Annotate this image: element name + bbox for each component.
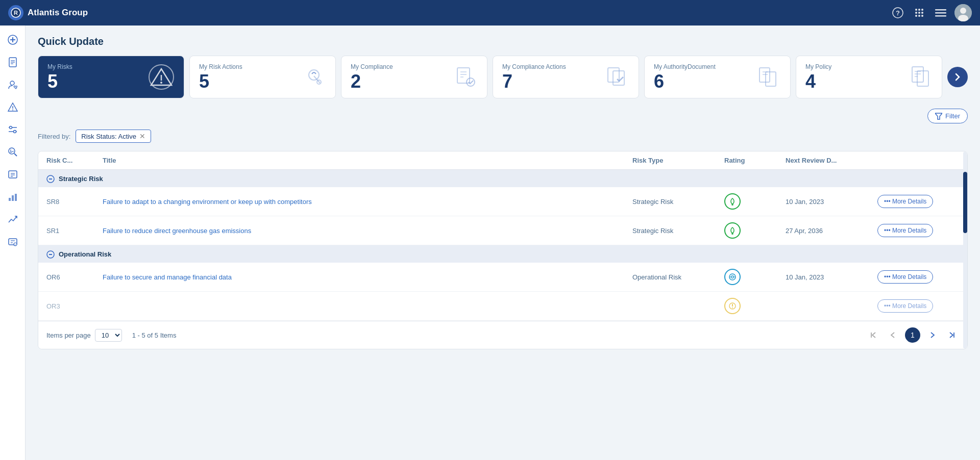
- cell-rating-or6: [724, 269, 786, 285]
- card-my-authority-document-count: 6: [654, 72, 716, 91]
- card-my-compliance-count: 2: [351, 72, 393, 91]
- table-scrollbar: [963, 151, 967, 349]
- cell-code-sr1: SR1: [46, 227, 103, 235]
- svg-point-10: [915, 15, 917, 17]
- card-my-risks-count: 5: [47, 72, 72, 91]
- svg-point-62: [467, 78, 475, 86]
- cards-next-button[interactable]: [947, 67, 968, 87]
- group-operational-risk: Operational Risk: [38, 245, 967, 263]
- filter-button-label: Filter: [945, 112, 960, 120]
- filtered-by-label: Filtered by:: [38, 133, 70, 140]
- sidebar-item-user-edit[interactable]: [3, 74, 23, 95]
- cell-title-sr8[interactable]: Failure to adapt to a changing environme…: [103, 198, 632, 206]
- svg-rect-65: [760, 68, 770, 82]
- card-my-compliance-actions-count: 7: [502, 72, 566, 91]
- collapse-strategic-risk[interactable]: [46, 174, 55, 183]
- sidebar-item-list[interactable]: [3, 164, 23, 185]
- next-page-button[interactable]: [924, 327, 940, 343]
- cell-risk-type-sr8: Strategic Risk: [632, 198, 724, 206]
- cell-rating-sr8: [724, 193, 786, 210]
- collapse-operational-risk[interactable]: [46, 249, 55, 259]
- more-details-sr1[interactable]: ••• More Details: [877, 224, 933, 237]
- menu-icon[interactable]: [933, 5, 948, 20]
- table-row: SR1 Failure to reduce direct greenhouse …: [38, 216, 967, 245]
- svg-rect-58: [457, 68, 470, 83]
- group-strategic-risk: Strategic Risk: [38, 170, 967, 187]
- apps-icon[interactable]: [912, 5, 927, 20]
- card-my-compliance-actions[interactable]: My Compliance Actions 7: [493, 56, 639, 98]
- cell-title-sr1[interactable]: Failure to reduce direct greenhouse gas …: [103, 227, 632, 235]
- per-page-select[interactable]: 10 25 50: [95, 329, 122, 342]
- sidebar: ≡: [0, 25, 26, 460]
- sidebar-item-add[interactable]: [3, 30, 23, 50]
- cell-actions-sr1: ••• More Details: [877, 224, 959, 237]
- card-my-policy-label: My Policy: [805, 63, 831, 70]
- col-header-date: Next Review D...: [786, 157, 877, 164]
- help-icon[interactable]: ?: [890, 5, 905, 20]
- sidebar-item-controls[interactable]: [3, 119, 23, 140]
- cell-actions-sr8: ••• More Details: [877, 195, 959, 208]
- card-my-risks-label: My Risks: [47, 63, 72, 70]
- group-strategic-risk-label: Strategic Risk: [59, 175, 103, 183]
- table-header: Risk C... Title Risk Type Rating Next Re…: [38, 151, 967, 170]
- active-filter-text: Risk Status: Active: [81, 133, 136, 140]
- sidebar-item-ticket[interactable]: ≡: [3, 232, 23, 252]
- sidebar-item-search[interactable]: [3, 142, 23, 162]
- cell-code-partial: OR3: [46, 302, 103, 310]
- group-operational-risk-label: Operational Risk: [59, 250, 111, 258]
- page-1-button[interactable]: 1: [905, 327, 920, 343]
- sidebar-item-document[interactable]: [3, 52, 23, 72]
- card-my-risk-actions[interactable]: My Risk Actions 5: [189, 56, 336, 98]
- last-page-button[interactable]: [944, 327, 959, 343]
- logo-icon: R: [8, 5, 23, 20]
- more-details-partial[interactable]: ••• More Details: [877, 299, 933, 313]
- filter-icon: [935, 113, 942, 120]
- filtered-by-row: Filtered by: Risk Status: Active ✕: [38, 130, 968, 143]
- cell-date-sr8: 10 Jan, 2023: [786, 198, 877, 206]
- current-page: 1: [911, 331, 915, 339]
- card-my-compliance[interactable]: My Compliance 2: [341, 56, 487, 98]
- compliance-icon: [453, 65, 478, 89]
- sidebar-item-chart[interactable]: [3, 187, 23, 207]
- cell-code-or6: OR6: [46, 273, 103, 281]
- user-avatar[interactable]: [954, 4, 972, 21]
- scrollbar-thumb[interactable]: [963, 172, 967, 233]
- main-content: Quick Update My Risks 5: [26, 25, 980, 460]
- card-my-policy-count: 4: [805, 72, 831, 91]
- card-my-policy[interactable]: My Policy 4: [796, 56, 942, 98]
- card-my-risks[interactable]: My Risks 5: [38, 56, 184, 98]
- more-details-or6[interactable]: ••• More Details: [877, 270, 933, 284]
- rating-icon-yellow: [724, 298, 741, 314]
- card-my-authority-document[interactable]: My AuthorityDocument 6: [644, 56, 791, 98]
- card-my-risk-actions-label: My Risk Actions: [199, 63, 242, 70]
- remove-filter-button[interactable]: ✕: [139, 132, 145, 140]
- table-row: OR3 ••• More Details: [38, 292, 967, 321]
- svg-rect-15: [935, 15, 946, 17]
- first-page-button[interactable]: [866, 327, 881, 343]
- items-per-page-label: Items per page: [46, 331, 91, 339]
- sidebar-item-trending[interactable]: [3, 209, 23, 229]
- page-title: Quick Update: [38, 36, 968, 47]
- svg-point-7: [915, 12, 917, 14]
- svg-point-5: [918, 9, 920, 11]
- cell-risk-type-or6: Operational Risk: [632, 273, 724, 281]
- col-header-actions: [877, 157, 959, 164]
- svg-point-11: [918, 15, 920, 17]
- svg-rect-43: [9, 198, 11, 201]
- cell-code-sr8: SR8: [46, 198, 103, 206]
- app-logo[interactable]: R Atlantis Group: [8, 5, 88, 20]
- svg-rect-66: [766, 72, 776, 86]
- pagination-row: Items per page 10 25 50 1 - 5 of 5 Items: [38, 321, 967, 349]
- page-info: 1 - 5 of 5 Items: [132, 331, 177, 339]
- svg-point-55: [309, 70, 319, 80]
- cell-title-or6[interactable]: Failure to secure and manage financial d…: [103, 273, 632, 281]
- table-row: SR8 Failure to adapt to a changing envir…: [38, 187, 967, 216]
- filter-button[interactable]: Filter: [927, 109, 968, 123]
- risk-actions-icon: [302, 65, 326, 89]
- active-filter-tag[interactable]: Risk Status: Active ✕: [76, 130, 151, 143]
- more-details-sr8[interactable]: ••• More Details: [877, 195, 933, 208]
- svg-marker-74: [935, 113, 942, 119]
- svg-rect-44: [12, 195, 14, 201]
- sidebar-item-warning[interactable]: [3, 97, 23, 117]
- prev-page-button[interactable]: [886, 327, 901, 343]
